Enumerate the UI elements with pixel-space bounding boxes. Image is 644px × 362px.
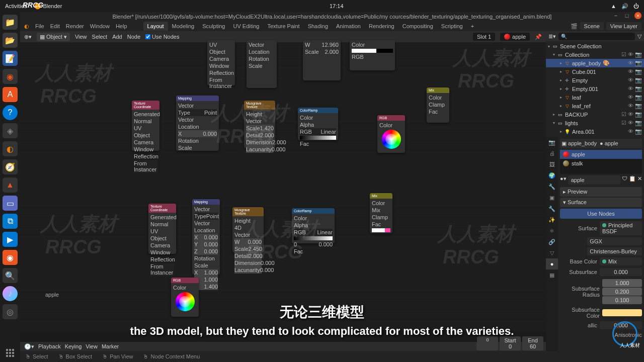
dock-show-apps-icon[interactable]	[6, 349, 14, 357]
scene-field[interactable]: Scene	[580, 22, 604, 30]
tl-marker[interactable]: Marker	[102, 343, 119, 349]
tree-scene-collection[interactable]: ▾▭Scene Collection	[546, 42, 644, 50]
menu-edit[interactable]: Edit	[50, 23, 60, 29]
mat-slot-empty2[interactable]	[560, 171, 642, 174]
blender-logo-icon[interactable]: ◐	[24, 23, 29, 30]
node-mapping-2[interactable]: Mapping VectorTypePointVectorLocationX0.…	[192, 199, 220, 275]
proptab-constraint[interactable]: 🔗	[546, 236, 558, 247]
tab-modeling[interactable]: Modeling	[168, 22, 199, 31]
dock-libreoffice-icon[interactable]: 📝	[3, 51, 18, 66]
dock-vscode-icon[interactable]: ⧉	[3, 214, 18, 229]
dock-screenshot-icon[interactable]: ▭	[3, 196, 18, 211]
tab-add[interactable]: +	[467, 22, 478, 31]
dock-files-icon[interactable]: 📁	[3, 15, 18, 30]
dock-app2-icon[interactable]: ▶	[3, 232, 18, 247]
outliner-search[interactable]: 🔍	[558, 33, 635, 40]
tree-item-leaf[interactable]: ▸▽leaf👁📷	[546, 93, 644, 102]
tab-scripting[interactable]: Scripting	[437, 22, 467, 31]
tl-keying[interactable]: Keying	[65, 343, 82, 349]
hdr-add[interactable]: Add	[112, 34, 122, 40]
system-tray[interactable]: ▲ 🔊 ⏻	[611, 3, 639, 10]
radius-y[interactable]: 0.200	[602, 288, 642, 296]
tree-collection[interactable]: ▾▭Collection☑👁📷	[546, 50, 644, 59]
dock-search-icon[interactable]: 🔍	[3, 268, 18, 283]
proptab-render[interactable]: 📷	[546, 137, 558, 148]
node-texcoord-1[interactable]: Texture Coordinate GeneratedNormalUVObje…	[132, 101, 159, 151]
timeline-type-icon[interactable]: 🕐▾	[24, 343, 34, 350]
node-mix-1[interactable]: Mix ColorClampFac	[427, 87, 449, 123]
tab-layout[interactable]: Layout	[143, 22, 168, 31]
tab-anim[interactable]: Animation	[332, 22, 365, 31]
volume-icon[interactable]: 🔊	[621, 3, 628, 10]
tree-backup[interactable]: ▸▭BACKUP☑👁📷	[546, 110, 644, 119]
dock-music-icon[interactable]: ♪	[3, 286, 18, 301]
proptab-output[interactable]: 🖨	[546, 148, 558, 159]
node-texcoord-2[interactable]: Texture Coordinate GeneratedNormalUVObje…	[148, 204, 176, 254]
hdr-node[interactable]: Node	[127, 34, 140, 40]
base-color-input[interactable]: Mix	[600, 257, 642, 265]
node-partial-3[interactable]: W12.960Scale2.000	[303, 40, 341, 80]
distribution-select[interactable]: GGX	[587, 237, 642, 245]
clock[interactable]: 17:14	[330, 3, 344, 9]
proptab-object[interactable]: ▣	[546, 192, 558, 203]
node-colorramp-2[interactable]: ColorRamp ColorAlphaRGBLinear00.000Fac	[292, 208, 335, 243]
proptab-texture[interactable]: ▦	[546, 269, 558, 281]
material-slot-list[interactable]: apple stalk	[560, 150, 642, 174]
mat-fake-user[interactable]: 🛡	[622, 175, 627, 185]
use-nodes-button[interactable]: Use Nodes	[560, 209, 642, 219]
material-select[interactable]: apple	[500, 33, 530, 41]
dock-help-icon[interactable]: ?	[3, 105, 18, 120]
menu-file[interactable]: File	[35, 23, 44, 29]
dock-store-icon[interactable]: A	[3, 87, 18, 102]
network-icon[interactable]: ▲	[611, 3, 616, 10]
close-button[interactable]: ×	[634, 12, 641, 19]
shader-node-editor[interactable]: UVObjectCameraWindowReflectionFrom Insta…	[20, 42, 546, 332]
current-frame-field[interactable]: 0	[477, 336, 498, 350]
menu-window[interactable]: Window	[90, 23, 110, 29]
mat-slot-stalk[interactable]: stalk	[560, 159, 642, 168]
tl-view[interactable]: View	[86, 343, 98, 349]
proptab-modifier[interactable]: 🔧	[546, 203, 558, 214]
proptab-physics[interactable]: ⚛	[546, 225, 558, 236]
slot-select[interactable]: Slot 1	[473, 33, 495, 41]
panel-preview[interactable]: ▸ Preview	[560, 187, 642, 197]
outliner-filter-icon[interactable]: ▽	[637, 33, 641, 40]
tree-lights[interactable]: ▾▭lights☑👁📷	[546, 119, 644, 127]
proptab-viewlayer[interactable]: 🖼	[546, 159, 558, 170]
proptab-world[interactable]: 🔧	[546, 181, 558, 192]
use-nodes-toggle[interactable]: Use Nodes	[145, 34, 179, 40]
node-colorramp-1[interactable]: ColorRamp ColorAlphaRGBLinearFac	[298, 108, 338, 140]
pin-icon[interactable]: 📌	[535, 34, 542, 40]
color-wheel-icon[interactable]	[382, 130, 401, 149]
tree-item-leafref[interactable]: ▸▽leaf_ref👁📷	[546, 102, 644, 110]
tab-texpaint[interactable]: Texture Paint	[263, 22, 303, 31]
node-musgrave-2[interactable]: Musgrave Texture Height4DVectorW0.000Sca…	[232, 207, 264, 252]
node-partial-1[interactable]: UVObjectCameraWindowReflectionFrom Insta…	[207, 40, 235, 85]
menu-render[interactable]: Render	[66, 23, 84, 29]
tree-item-empty001[interactable]: ▸✛Empty.001👁📷	[546, 84, 644, 93]
dock-blender-icon[interactable]: ◐	[3, 141, 18, 156]
dock-app3-icon[interactable]: ◉	[3, 250, 18, 265]
hdr-view[interactable]: View	[75, 34, 87, 40]
hdr-select[interactable]: Select	[92, 34, 108, 40]
power-icon[interactable]: ⏻	[633, 3, 639, 10]
editor-type-icon[interactable]: ⊕▾	[24, 34, 32, 40]
panel-surface[interactable]: ▾ Surface	[560, 198, 642, 207]
node-musgrave-1[interactable]: Musgrave Texture HeightVectorScale1.420D…	[244, 101, 275, 148]
viewlayer-field[interactable]: View Layer	[606, 22, 641, 30]
tl-playback[interactable]: Playback	[38, 343, 61, 349]
tab-render[interactable]: Rendering	[365, 22, 398, 31]
tree-item-empty[interactable]: ▸✛Empty👁📷	[546, 76, 644, 84]
mat-browse-icon[interactable]: ●▾	[560, 175, 567, 185]
proptab-particle[interactable]: ✨	[546, 214, 558, 225]
tab-shading[interactable]: Shading	[304, 22, 332, 31]
node-colorramp-top[interactable]: ColorRGB	[350, 40, 395, 70]
tree-area-light[interactable]: ▸💡Area.001👁📷	[546, 127, 644, 136]
proptab-data[interactable]: ▽	[546, 247, 558, 258]
tree-item-cube[interactable]: ▸▽Cube.001👁📷	[546, 67, 644, 76]
proptab-scene[interactable]: 🌍	[546, 170, 558, 181]
mat-new[interactable]: 📋	[629, 175, 636, 185]
node-partial-2[interactable]: VectorLocationRotationScale	[247, 40, 277, 88]
outliner-type-icon[interactable]: ≣▾	[548, 33, 556, 40]
node-rgb-1[interactable]: RGB Color	[377, 115, 405, 153]
